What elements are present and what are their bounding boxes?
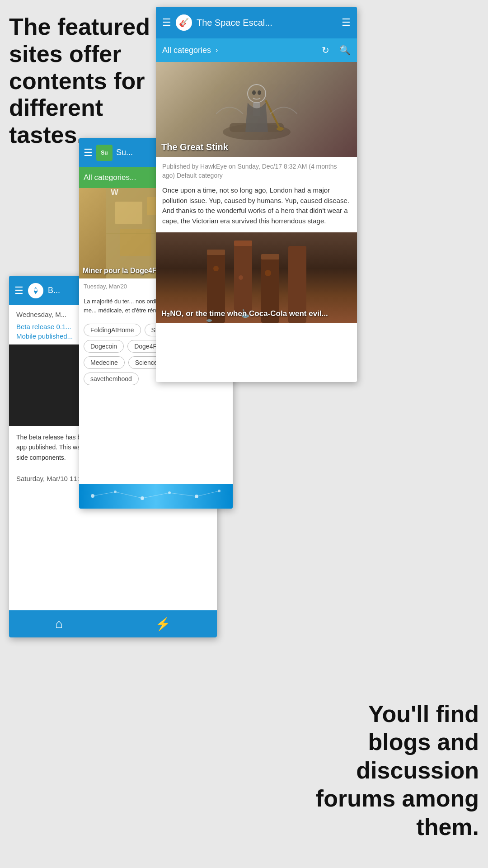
mid-menu-icon[interactable] — [84, 147, 93, 159]
tag-medecine[interactable]: Medecine — [84, 356, 125, 369]
svg-rect-13 — [261, 254, 279, 259]
svg-rect-21 — [115, 202, 142, 224]
article1-meta: Published by HawkEye on Sunday, Dec/17 8… — [156, 157, 357, 183]
svg-rect-24 — [120, 229, 151, 256]
card-front-topbar: 🎸 The Space Escal... ☰ — [156, 7, 357, 38]
svg-point-18 — [239, 275, 243, 280]
list-icon[interactable]: ☰ — [342, 17, 351, 28]
hero-text-top: The featured sites offer contents for di… — [9, 14, 154, 149]
card-space-escalator: 🎸 The Space Escal... ☰ All categories › … — [156, 7, 357, 382]
svg-point-16 — [206, 319, 212, 322]
svg-point-3 — [252, 90, 256, 95]
mid-category-label[interactable]: All categories... — [84, 173, 136, 182]
back-logo-icon — [28, 283, 43, 298]
category-label[interactable]: All categories — [162, 46, 211, 55]
back-menu-icon[interactable] — [14, 285, 23, 297]
mid-logo-icon: Su — [96, 145, 113, 161]
search-icon[interactable]: 🔍 — [339, 45, 351, 56]
tag-dogecoin[interactable]: Dogecoin — [84, 340, 124, 353]
article2-image: H₂NO, or the time when Coca-Cola went ev… — [156, 232, 357, 323]
menu-icon[interactable] — [162, 17, 171, 28]
svg-point-4 — [258, 90, 261, 95]
site-logo-icon: 🎸 — [176, 14, 192, 31]
refresh-icon[interactable]: ↻ — [322, 45, 329, 56]
lightning-icon[interactable]: ⚡ — [155, 617, 171, 632]
tag-savethemhood[interactable]: savethemhood — [84, 373, 139, 385]
home-icon[interactable]: ⌂ — [55, 617, 63, 631]
article2-title: H₂NO, or the time when Coca-Cola went ev… — [161, 309, 328, 318]
svg-rect-29 — [79, 484, 233, 509]
svg-point-17 — [213, 266, 219, 271]
tag-foldinghome[interactable]: FoldingAtHome — [84, 324, 141, 336]
svg-point-7 — [277, 127, 284, 131]
card-back-footer: ⌂ ⚡ — [9, 610, 217, 637]
svg-point-19 — [265, 270, 271, 276]
article1-title: The Great Stink — [161, 142, 228, 152]
chevron-right-icon: › — [216, 46, 218, 54]
svg-rect-11 — [234, 241, 252, 246]
article1-image: The Great Stink — [156, 62, 357, 157]
hero-text-bottom: You'll find blogs and discussion forums … — [307, 700, 479, 841]
svg-rect-9 — [207, 250, 225, 255]
svg-point-2 — [248, 85, 266, 103]
site-title: The Space Escal... — [197, 18, 337, 28]
card-front-catbar: All categories › ↻ 🔍 — [156, 38, 357, 62]
svg-point-41 — [34, 288, 37, 291]
article1-body: Once upon a time, not so long ago, Londo… — [156, 183, 357, 232]
card-mid-footer — [79, 484, 233, 509]
svg-text:W: W — [111, 188, 118, 197]
